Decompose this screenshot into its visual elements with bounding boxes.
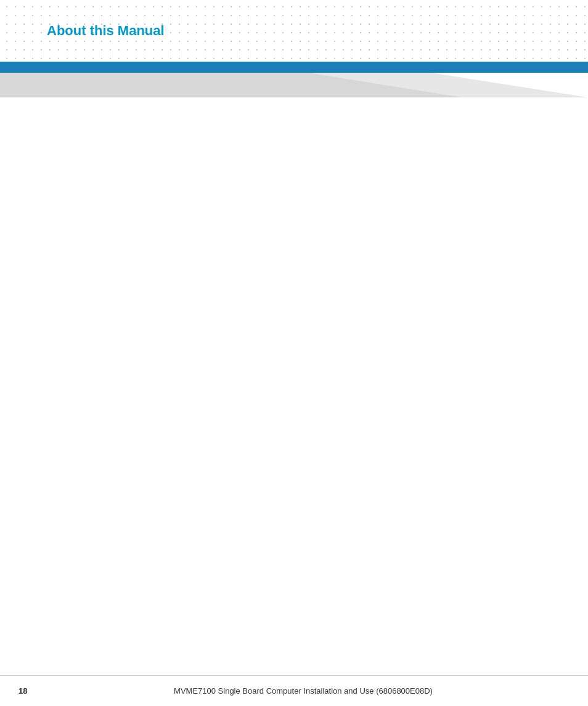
blue-accent-bar (0, 62, 588, 73)
footer-document-title: MVME7100 Single Board Computer Installat… (37, 686, 570, 696)
main-content-area (0, 97, 588, 675)
header-section: About this Manual (0, 0, 588, 62)
page-title-container: About this Manual (0, 0, 588, 62)
footer: 18 MVME7100 Single Board Computer Instal… (0, 675, 588, 706)
diagonal-svg (0, 73, 588, 97)
diagonal-decoration (0, 73, 588, 97)
page-title: About this Manual (47, 23, 165, 39)
footer-page-number: 18 (18, 686, 37, 696)
